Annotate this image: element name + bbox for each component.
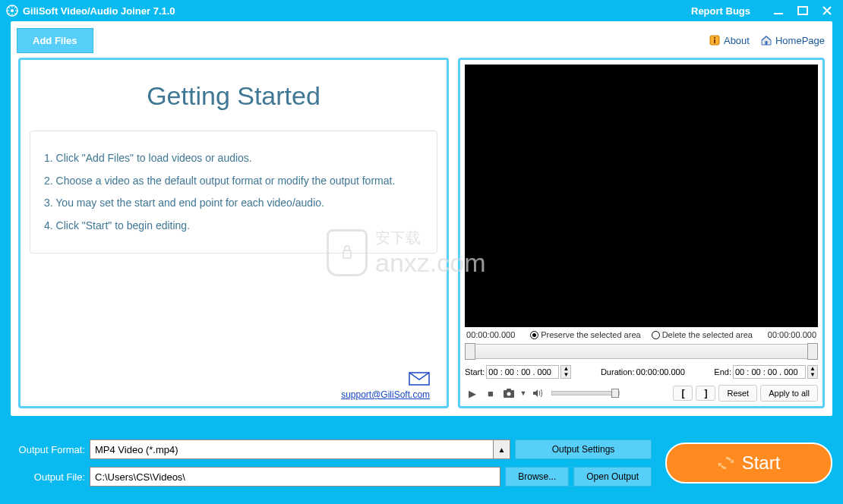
snapshot-menu[interactable]: ▼ [519, 386, 527, 401]
start-label: Start: [465, 367, 485, 376]
app-title: GiliSoft Video/Audio Joiner 7.1.0 [23, 5, 175, 17]
step-2: 2. Choose a video as the default output … [44, 174, 423, 189]
duration-label: Duration: [601, 367, 635, 376]
svg-point-11 [507, 392, 511, 396]
start-spinner[interactable]: ▲▼ [560, 365, 571, 379]
close-button[interactable] [817, 4, 837, 17]
radio-unchecked-icon [652, 331, 660, 339]
report-bugs-link[interactable]: Report Bugs [691, 5, 750, 17]
start-label: Start [742, 452, 781, 474]
time-current: 00:00:00.000 [466, 330, 515, 339]
trim-handle-end[interactable] [807, 343, 818, 360]
start-time-input[interactable] [486, 365, 559, 379]
bottom-bar: Output Format: ▲ Output Settings Output … [11, 430, 832, 496]
trim-handle-start[interactable] [465, 343, 475, 360]
maximize-button[interactable] [793, 4, 813, 17]
radio-checked-icon [530, 331, 538, 339]
svg-rect-6 [714, 39, 715, 43]
open-output-button[interactable]: Open Output [573, 467, 652, 487]
getting-started-title: Getting Started [30, 81, 437, 111]
getting-started-pane: Getting Started 1. Click "Add Files" to … [18, 58, 449, 408]
svg-rect-5 [714, 37, 715, 39]
duration-value: 00:00:00.000 [636, 367, 685, 376]
content-area: Add Files About HomePage Getting Started… [11, 21, 832, 416]
svg-point-1 [11, 9, 14, 12]
envelope-icon [409, 372, 430, 389]
apply-all-button[interactable]: Apply to all [760, 385, 818, 402]
volume-button[interactable] [530, 386, 545, 401]
end-time-input[interactable] [733, 365, 806, 379]
step-1: 1. Click "Add Files" to load videos or a… [44, 151, 423, 166]
video-preview[interactable] [465, 65, 818, 327]
add-files-button[interactable]: Add Files [17, 28, 93, 53]
svg-rect-2 [774, 13, 783, 14]
start-button[interactable]: Start [665, 443, 832, 484]
output-file-label: Output File: [11, 471, 85, 483]
output-format-dropdown-icon[interactable]: ▲ [494, 439, 510, 459]
homepage-link[interactable]: HomePage [760, 34, 825, 46]
app-icon [6, 5, 18, 17]
output-format-combo[interactable] [90, 439, 494, 459]
start-end-row: Start: ▲▼ Duration: 00:00:00.000 End: ▲▼ [465, 362, 818, 382]
reset-button[interactable]: Reset [718, 385, 757, 402]
minimize-button[interactable] [769, 4, 788, 17]
output-format-label: Output Format: [11, 444, 85, 455]
instructions-box: 1. Click "Add Files" to load videos or a… [30, 131, 437, 254]
playback-controls: ▶ ■ ▼ [ ] Reset Apply to all [465, 382, 818, 402]
end-label: End: [714, 367, 731, 376]
delete-label: Delete the selected area [662, 330, 753, 339]
output-file-input[interactable] [90, 467, 500, 487]
support-email-link[interactable]: support@GiliSoft.com [37, 389, 430, 400]
toolbar: Add Files About HomePage [11, 21, 832, 55]
svg-rect-7 [765, 41, 767, 45]
titlebar: GiliSoft Video/Audio Joiner 7.1.0 Report… [0, 0, 843, 21]
trim-slider[interactable] [465, 344, 818, 359]
delete-radio[interactable]: Delete the selected area [652, 330, 753, 339]
step-3: 3. You may set the start and end point f… [44, 196, 423, 211]
mark-in-button[interactable]: [ [673, 386, 693, 401]
output-settings-button[interactable]: Output Settings [515, 439, 652, 459]
time-total: 00:00:00.000 [768, 330, 816, 339]
mark-out-button[interactable]: ] [696, 386, 715, 401]
end-spinner[interactable]: ▲▼ [807, 365, 818, 379]
snapshot-button[interactable] [501, 386, 516, 401]
stop-button[interactable]: ■ [483, 386, 498, 401]
svg-rect-10 [507, 389, 511, 391]
about-link[interactable]: About [709, 34, 750, 46]
support-block: support@GiliSoft.com [30, 367, 437, 402]
step-4: 4. Click "Start" to begin editing. [44, 219, 423, 234]
home-icon [760, 34, 772, 46]
about-label: About [724, 35, 750, 46]
preserve-radio[interactable]: Preserve the selected area [530, 330, 640, 339]
preview-pane: 00:00:00.000 Preserve the selected area … [458, 58, 825, 408]
preserve-label: Preserve the selected area [541, 330, 640, 339]
time-row: 00:00:00.000 Preserve the selected area … [465, 327, 818, 342]
about-icon [709, 34, 721, 46]
volume-slider[interactable] [551, 391, 620, 395]
play-button[interactable]: ▶ [465, 386, 480, 401]
sync-icon [718, 455, 734, 471]
homepage-label: HomePage [775, 35, 825, 46]
browse-button[interactable]: Browse... [505, 467, 569, 487]
volume-thumb[interactable] [611, 389, 619, 398]
svg-rect-3 [798, 7, 807, 14]
